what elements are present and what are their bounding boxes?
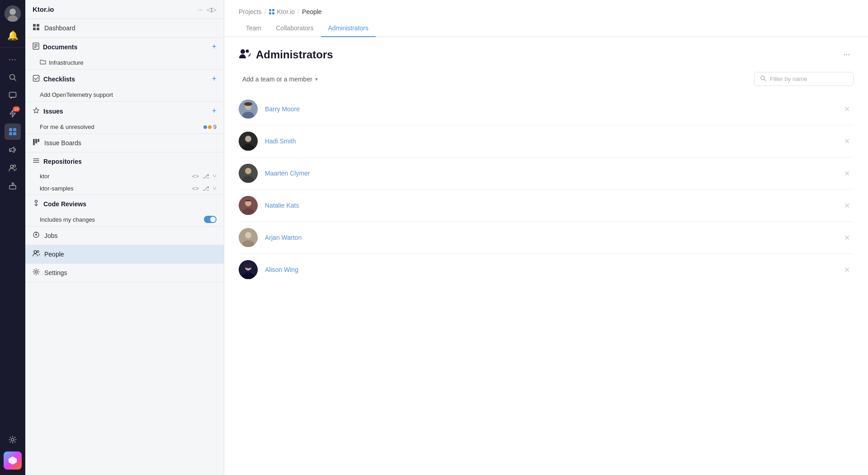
repositories-icon xyxy=(33,157,40,166)
svg-point-11 xyxy=(10,165,13,168)
svg-rect-8 xyxy=(9,132,12,135)
member-row[interactable]: Alison Wing ✕ xyxy=(239,254,854,285)
svg-rect-5 xyxy=(9,92,16,97)
repositories-header[interactable]: Repositories xyxy=(25,152,224,170)
repo-item-ktor-samples[interactable]: ktor-samples <> ⎇ ⑂ xyxy=(25,182,224,195)
icon-rail: 🔔 ··· 10 xyxy=(0,0,25,475)
documents-add-btn[interactable]: + xyxy=(212,42,217,52)
sidebar-item-includes-my-changes[interactable]: Includes my changes xyxy=(25,213,224,226)
code-icon[interactable]: <> xyxy=(192,173,199,180)
member-row[interactable]: Maarten Clymer ✕ xyxy=(239,157,854,190)
issue-boards-label: Issue Boards xyxy=(44,139,81,147)
grid-icon[interactable] xyxy=(5,124,21,140)
branch-icon[interactable]: ⎇ xyxy=(203,173,209,180)
code-reviews-header[interactable]: Code Reviews xyxy=(25,195,224,213)
repo-item-ktor[interactable]: ktor <> ⎇ ⑂ xyxy=(25,170,224,182)
remove-member-btn[interactable]: ✕ xyxy=(840,135,854,147)
dashboard-icon xyxy=(33,24,40,33)
people-rail-icon[interactable] xyxy=(5,160,21,176)
sidebar-section-documents: Documents + Infrastructure xyxy=(25,38,224,70)
svg-point-43 xyxy=(246,49,249,52)
for-me-badge: 9 xyxy=(203,124,217,130)
issues-header[interactable]: Issues + xyxy=(25,102,224,120)
sidebar-item-infrastructure[interactable]: Infrastructure xyxy=(25,56,224,69)
code-reviews-icon xyxy=(33,200,40,208)
sidebar-item-jobs[interactable]: Jobs xyxy=(25,227,224,245)
sidebar-more-icon[interactable]: ··· xyxy=(198,6,203,13)
member-row[interactable]: Natalie Kats ✕ xyxy=(239,190,854,222)
member-left: Arjan Warton xyxy=(239,228,302,247)
chat-icon[interactable] xyxy=(5,87,21,104)
chevron-down-icon: ▾ xyxy=(315,76,318,82)
tab-administrators[interactable]: Administrators xyxy=(321,21,376,37)
dot-orange xyxy=(208,125,212,129)
sidebar-item-issue-boards[interactable]: Issue Boards xyxy=(25,134,224,152)
fork-icon[interactable]: ⑂ xyxy=(213,173,217,180)
search-icon[interactable] xyxy=(5,69,21,86)
svg-point-3 xyxy=(10,75,15,80)
tab-team[interactable]: Team xyxy=(239,21,269,37)
includes-my-changes-label: Includes my changes xyxy=(40,216,204,223)
for-me-count: 9 xyxy=(213,124,217,130)
page-title-text: Administrators xyxy=(256,48,333,61)
lightning-icon[interactable]: 10 xyxy=(5,105,21,122)
sidebar-item-settings[interactable]: Settings xyxy=(25,264,224,282)
filter-input[interactable]: Filter by name xyxy=(754,72,854,86)
page-more-btn[interactable]: ··· xyxy=(840,48,854,61)
remove-member-btn[interactable]: ✕ xyxy=(840,264,854,276)
add-team-btn[interactable]: Add a team or a member ▾ xyxy=(239,73,321,86)
breadcrumb-project-name: Ktor.io xyxy=(277,8,295,15)
svg-point-54 xyxy=(245,168,251,174)
remove-member-btn[interactable]: ✕ xyxy=(840,232,854,244)
breadcrumb-sep1: / xyxy=(264,8,266,15)
sidebar-collapse-icon[interactable]: ◁▷ xyxy=(207,6,217,13)
sidebar-item-for-me[interactable]: For me & unresolved 9 xyxy=(25,120,224,133)
checklists-title: Checklists xyxy=(33,75,75,83)
code-icon-2[interactable]: <> xyxy=(192,185,199,192)
includes-my-changes-toggle[interactable] xyxy=(204,216,217,223)
documents-header[interactable]: Documents + xyxy=(25,38,224,56)
remove-member-btn[interactable]: ✕ xyxy=(840,167,854,180)
svg-point-36 xyxy=(37,251,39,252)
members-list: Barry Moore ✕ Hadi Smith ✕ Maarten Clyme… xyxy=(239,93,854,285)
notification-icon[interactable]: 🔔 xyxy=(5,27,21,43)
sidebar-item-dashboard[interactable]: Dashboard xyxy=(25,19,224,37)
svg-point-42 xyxy=(241,49,245,54)
issues-add-btn[interactable]: + xyxy=(212,106,217,116)
app-logo[interactable] xyxy=(4,451,22,470)
add-team-label: Add a team or a member xyxy=(242,76,312,83)
checklists-header[interactable]: Checklists + xyxy=(25,70,224,88)
member-row[interactable]: Arjan Warton ✕ xyxy=(239,222,854,254)
member-avatar xyxy=(239,196,258,215)
sidebar-item-opentelemetry[interactable]: Add OpenTelemetry support xyxy=(25,88,224,101)
checklists-add-btn[interactable]: + xyxy=(212,74,217,84)
puzzle-icon[interactable] xyxy=(5,178,21,194)
branch-icon-2[interactable]: ⎇ xyxy=(203,185,209,192)
repo-icons: <> ⎇ ⑂ xyxy=(192,173,217,180)
more-icon[interactable]: ··· xyxy=(5,51,21,67)
breadcrumb-projects[interactable]: Projects xyxy=(239,8,262,15)
gear-icon[interactable] xyxy=(5,432,21,448)
member-avatar xyxy=(239,132,258,151)
sidebar-section-jobs: Jobs xyxy=(25,227,224,245)
remove-member-btn[interactable]: ✕ xyxy=(840,200,854,212)
member-name: Maarten Clymer xyxy=(265,170,310,177)
sidebar-item-people[interactable]: People xyxy=(25,245,224,263)
repo-ktor-samples-name: ktor-samples xyxy=(40,185,73,192)
sidebar-section-dashboard: Dashboard xyxy=(25,19,224,38)
svg-rect-17 xyxy=(37,24,39,27)
member-name: Alison Wing xyxy=(265,266,298,273)
svg-point-51 xyxy=(245,136,251,142)
for-me-label: For me & unresolved xyxy=(40,124,203,130)
breadcrumb-project[interactable]: Ktor.io xyxy=(269,8,295,15)
member-row[interactable]: Hadi Smith ✕ xyxy=(239,125,854,157)
repo-ktor-name: ktor xyxy=(40,173,50,180)
remove-member-btn[interactable]: ✕ xyxy=(840,103,854,115)
tab-collaborators[interactable]: Collaborators xyxy=(269,21,321,37)
fork-icon-2[interactable]: ⑂ xyxy=(213,185,217,192)
member-row[interactable]: Barry Moore ✕ xyxy=(239,93,854,125)
member-left: Alison Wing xyxy=(239,260,298,279)
user-avatar[interactable] xyxy=(5,5,21,22)
megaphone-icon[interactable] xyxy=(5,142,21,158)
sidebar-section-repositories: Repositories ktor <> ⎇ ⑂ ktor-samples <>… xyxy=(25,152,224,195)
